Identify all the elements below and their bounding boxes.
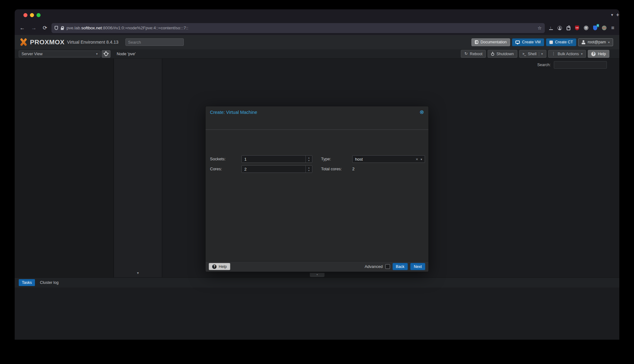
table-search-input[interactable] xyxy=(554,61,607,69)
password-manager-icon[interactable]: 4 xyxy=(593,26,597,30)
browser-url-bar: ← → ⟳ pve.lab.softbox.net:8006/#v1:0:=no… xyxy=(15,21,619,35)
documentation-button[interactable]: Documentation xyxy=(471,38,510,46)
ublock-icon[interactable]: UO xyxy=(575,26,579,30)
question-circle-icon: ? xyxy=(212,265,217,269)
reboot-button[interactable]: ↻Reboot xyxy=(461,50,486,58)
clear-icon[interactable]: × xyxy=(416,157,418,162)
nav-scroll-down-chevron[interactable]: ▾ xyxy=(114,271,162,275)
cpu-type-combo[interactable]: host ×▾ xyxy=(352,155,425,163)
extension-face-icon[interactable] xyxy=(602,26,607,30)
tab-tasks[interactable]: Tasks xyxy=(19,279,35,286)
reload-button[interactable]: ⟳ xyxy=(43,25,47,31)
advanced-label: Advanced xyxy=(365,264,383,269)
create-vm-button[interactable]: Create VM xyxy=(512,38,544,46)
lock-icon[interactable] xyxy=(61,28,64,30)
desktop: + ▾ ← → ⟳ pve.lab.softbox.net:8006/#v1:0… xyxy=(0,0,634,364)
tasks-collapse-handle[interactable]: ▾ xyxy=(310,273,324,277)
cores-label: Cores: xyxy=(210,167,222,171)
window-minimize-button[interactable] xyxy=(30,13,34,17)
shutdown-button[interactable]: Shutdown xyxy=(488,50,517,58)
next-button[interactable]: Next xyxy=(410,263,425,270)
forward-button[interactable]: → xyxy=(31,25,37,31)
view-selector[interactable]: Server View▾ xyxy=(19,51,100,57)
sockets-spinner[interactable]: ▴▾ xyxy=(305,156,312,163)
cube-icon xyxy=(549,41,553,44)
sockets-label: Sockets: xyxy=(210,157,226,161)
node-nav-panel: ▾ xyxy=(114,59,162,278)
node-title: Node 'pve' xyxy=(117,51,136,56)
tab-overflow-chevron-icon[interactable]: ▾ xyxy=(611,12,613,17)
back-button[interactable]: Back xyxy=(393,263,408,270)
chevron-down-icon: ▾ xyxy=(96,52,98,56)
total-cores-value: 2 xyxy=(352,167,354,171)
proxmox-logo-text: PROXMOX xyxy=(30,38,65,46)
account-icon[interactable] xyxy=(558,26,562,30)
user-icon xyxy=(582,40,585,44)
cores-spinner[interactable]: ▴▾ xyxy=(305,166,312,172)
global-search-input[interactable] xyxy=(125,38,184,46)
dialog-help-button[interactable]: ?Help xyxy=(209,263,230,270)
proxmox-logo-icon xyxy=(19,38,28,46)
chevron-down-icon: ▾ xyxy=(608,41,610,44)
bulk-dots-icon: ⋮ xyxy=(552,52,556,56)
gear-icon xyxy=(104,52,108,56)
shell-button[interactable]: >_Shell▾ xyxy=(519,50,546,58)
proxmox-header: PROXMOX Virtual Environment 8.4.13 Docum… xyxy=(15,35,619,49)
proxmox-version: Virtual Environment 8.4.13 xyxy=(67,40,119,45)
chevron-down-icon: ▾ xyxy=(581,52,583,56)
dialog-title: Create: Virtual Machine xyxy=(210,110,257,115)
user-menu-button[interactable]: root@pam▾ xyxy=(578,38,613,46)
url-text[interactable]: pve.lab.softbox.net:8006/#v1:0:=node%2Fp… xyxy=(66,26,534,30)
url-field[interactable]: pve.lab.softbox.net:8006/#v1:0:=node%2Fp… xyxy=(51,23,545,33)
chevron-down-icon: ▾ xyxy=(541,52,543,56)
vimium-icon[interactable]: V xyxy=(584,26,588,30)
help-button[interactable]: ?Help xyxy=(588,50,609,58)
tracking-protection-shield-icon[interactable] xyxy=(55,26,58,30)
chevron-down-icon[interactable]: ▾ xyxy=(421,158,422,161)
resource-tree xyxy=(15,59,114,278)
window-zoom-button[interactable] xyxy=(37,13,41,17)
dialog-close-icon[interactable]: ⊗ xyxy=(420,109,424,115)
sockets-input[interactable]: 1 ▴▾ xyxy=(241,155,312,163)
tasks-panel: Tasks Cluster log xyxy=(15,277,619,340)
cores-input[interactable]: 2 ▴▾ xyxy=(241,165,312,173)
power-icon xyxy=(491,53,494,56)
downloads-icon[interactable] xyxy=(549,26,553,30)
advanced-checkbox[interactable] xyxy=(385,264,390,269)
total-cores-label: Total cores: xyxy=(321,167,342,171)
tab-cluster-log[interactable]: Cluster log xyxy=(38,280,61,285)
view-settings-button[interactable] xyxy=(102,50,110,58)
cpu-type-label: Type: xyxy=(321,157,331,161)
reboot-icon: ↻ xyxy=(464,52,467,56)
bookmark-star-icon[interactable]: ☆ xyxy=(538,26,542,30)
node-toolbar: Server View▾ Node 'pve' ↻Reboot Shutdown… xyxy=(15,49,619,59)
back-button[interactable]: ← xyxy=(20,25,25,31)
terminal-icon: >_ xyxy=(523,52,526,56)
table-search-label: Search: xyxy=(537,63,551,67)
create-ct-button[interactable]: Create CT xyxy=(546,38,577,46)
browser-window: + ▾ ← → ⟳ pve.lab.softbox.net:8006/#v1:0… xyxy=(15,9,619,340)
question-circle-icon: ? xyxy=(591,52,596,56)
create-vm-dialog: Create: Virtual Machine ⊗ Sockets: 1 ▴▾ … xyxy=(205,106,429,272)
new-tab-button[interactable]: + xyxy=(616,12,619,18)
bulk-actions-button[interactable]: ⋮Bulk Actions▾ xyxy=(548,50,586,58)
window-close-button[interactable] xyxy=(23,13,27,17)
book-icon xyxy=(475,40,478,44)
dialog-tabs xyxy=(206,118,428,130)
monitor-icon xyxy=(515,41,520,44)
menu-hamburger-icon[interactable]: ≡ xyxy=(611,25,614,31)
browser-tab-bar: + ▾ xyxy=(15,9,619,21)
extensions-puzzle-icon[interactable] xyxy=(567,27,570,30)
extension-badge: 4 xyxy=(597,24,599,27)
